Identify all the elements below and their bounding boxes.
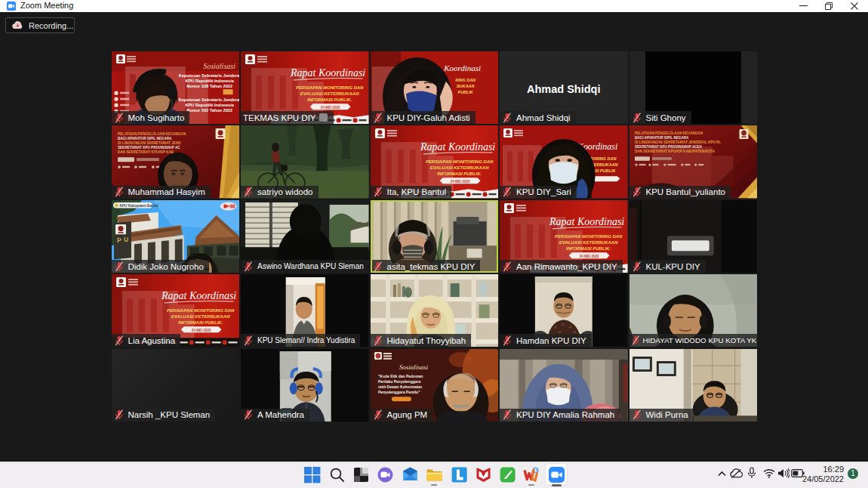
svg-text:INFORMASI PUBLIK.: INFORMASI PUBLIK.	[566, 246, 611, 251]
svg-text:SEKRETARIAT KPU PROVINSI/KIP A: SEKRETARIAT KPU PROVINSI/KIP ACEH	[634, 145, 702, 149]
svg-text:KPU Kabupaten Bantul: KPU Kabupaten Bantul	[119, 204, 158, 208]
svg-text:Sosialisasi: Sosialisasi	[399, 363, 428, 371]
svg-text:BAGI APARATUR SIPIL NEGARA: BAGI APARATUR SIPIL NEGARA	[634, 136, 688, 140]
svg-text:DI LINGKUNGAN SEKRETARIAT JEND: DI LINGKUNGAN SEKRETARIAT JENDERAL KPU R…	[634, 141, 720, 144]
svg-text:PERSIAPAN MONITORING DAN: PERSIAPAN MONITORING DAN	[296, 85, 364, 90]
svg-text:"Kode Etik dan Pedoman: "Kode Etik dan Pedoman	[377, 374, 422, 378]
svg-text:PUBLIK: PUBLIK	[457, 90, 473, 94]
svg-text:INFORMASI PUBLIK.: INFORMASI PUBLIK.	[178, 320, 223, 325]
svg-text:24 MEI 2022: 24 MEI 2022	[321, 106, 340, 110]
svg-text:Sosialisasi: Sosialisasi	[203, 62, 235, 70]
svg-text:U: U	[123, 236, 128, 243]
svg-text:DAN SEKRETARIAT KPU/KIP KAB: DAN SEKRETARIAT KPU/KIP KAB	[117, 150, 174, 154]
svg-text:Nomor 502 Tahun 2022: Nomor 502 Tahun 2022	[186, 108, 232, 113]
svg-text:Rapat Koordinasi: Rapat Koordinasi	[420, 141, 495, 153]
svg-text:PELATIHAN PENGELOLAAN KEUANGAN: PELATIHAN PENGELOLAAN KEUANGAN	[117, 132, 186, 136]
svg-text:SEKRETARIAT KPU PROVINSI/KIP A: SEKRETARIAT KPU PROVINSI/KIP AC	[117, 146, 180, 150]
svg-text:PELATIHAN PENGELOLAAN KEUANGAN: PELATIHAN PENGELOLAAN KEUANGAN	[634, 131, 703, 135]
svg-text:PERSIAPAN MONITORING DAN: PERSIAPAN MONITORING DAN	[555, 234, 623, 239]
svg-text:PERSIAPAN MONITORING DAN: PERSIAPAN MONITORING DAN	[425, 160, 493, 165]
svg-text:Keputusan Sekretaris Jenderal: Keputusan Sekretaris Jenderal	[178, 73, 239, 78]
svg-text:DI LINGKUNGAN SEKRETARIAT JEND: DI LINGKUNGAN SEKRETARIAT JEND	[117, 141, 180, 145]
svg-text:INFORMASI PUBLIK.: INFORMASI PUBLIK.	[307, 97, 352, 102]
svg-text:EVALUASI KETERBUKAAN: EVALUASI KETERBUKAAN	[429, 166, 488, 171]
svg-text:oleh Dewan Kehormatan: oleh Dewan Kehormatan	[377, 385, 421, 389]
svg-text:DAN SEKRETARIAT KPU/KIP KABUPA: DAN SEKRETARIAT KPU/KIP KABUPATEN/KOTA	[634, 150, 715, 153]
svg-text:Koordinasi: Koordinasi	[443, 63, 481, 73]
svg-text:P: P	[116, 236, 121, 244]
svg-text:INFORMASI PUBLIK.: INFORMASI PUBLIK.	[437, 172, 482, 177]
svg-text:Nomor 328 Tahun 2022: Nomor 328 Tahun 2022	[186, 84, 232, 88]
svg-text:KPU Republik Indonesia: KPU Republik Indonesia	[185, 103, 234, 107]
svg-text:Rapat Koordinasi: Rapat Koordinasi	[290, 67, 365, 79]
svg-text:RING DAN: RING DAN	[455, 78, 476, 82]
svg-text:Rapat Koordinasi: Rapat Koordinasi	[549, 216, 624, 227]
svg-text:24 MEI 2022: 24 MEI 2022	[450, 180, 469, 184]
svg-text:24 MEI 2022: 24 MEI 2022	[191, 329, 211, 332]
svg-text:Perilaku Penyelenggara: Perilaku Penyelenggara	[377, 379, 420, 384]
svg-text:KPU Republik Indonesia: KPU Republik Indonesia	[185, 79, 234, 83]
svg-text:Keputusan Sekretaris Jenderal: Keputusan Sekretaris Jenderal	[178, 97, 239, 102]
svg-text:BAGI APARATUR SIPIL NEGARA: BAGI APARATUR SIPIL NEGARA	[117, 137, 171, 141]
svg-text:EVALUASI KETERBUKAAN: EVALUASI KETERBUKAAN	[171, 314, 229, 319]
svg-text:EVALUASI KETERBUKAAN: EVALUASI KETERBUKAAN	[559, 240, 618, 245]
svg-text:Penyelenggara Pemilu": Penyelenggara Pemilu"	[377, 390, 420, 394]
svg-text:PERSIAPAN MONITORING DAN: PERSIAPAN MONITORING DAN	[166, 308, 234, 313]
svg-text:EVALUASI KETERBUKAAN: EVALUASI KETERBUKAAN	[300, 91, 359, 96]
svg-text:Rapat Koordinasi: Rapat Koordinasi	[161, 290, 236, 301]
svg-text:24 MEI 2022: 24 MEI 2022	[580, 255, 599, 258]
svg-text:BUKAAN: BUKAAN	[456, 84, 473, 88]
